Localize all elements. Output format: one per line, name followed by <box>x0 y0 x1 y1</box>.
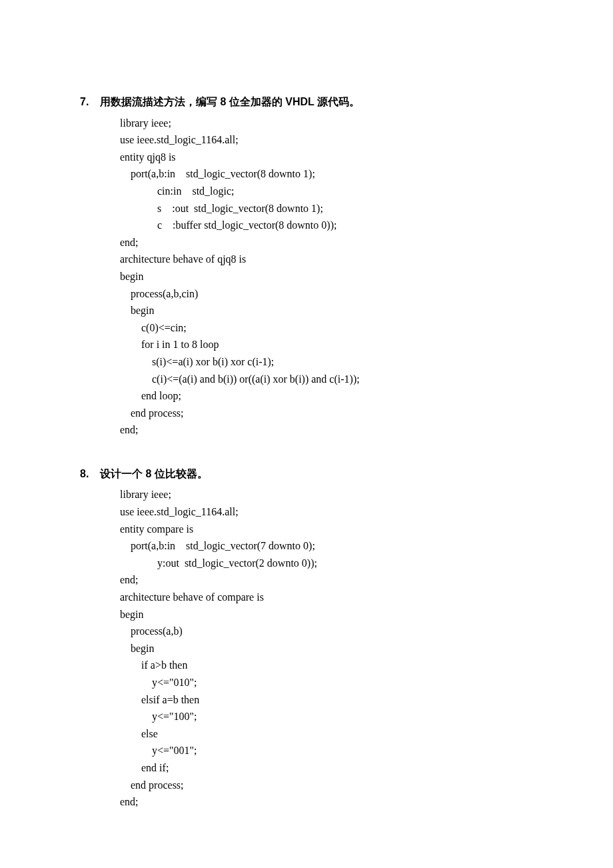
section-7-heading: 7. 用数据流描述方法，编写 8 位全加器的 VHDL 源代码。 <box>80 93 533 111</box>
section-7-title: 用数据流描述方法，编写 8 位全加器的 VHDL 源代码。 <box>100 93 360 111</box>
section-7-number: 7. <box>80 93 100 111</box>
section-8-heading: 8. 设计一个 8 位比较器。 <box>80 465 533 483</box>
section-7-code: library ieee; use ieee.std_logic_1164.al… <box>120 115 533 439</box>
section-8: 8. 设计一个 8 位比较器。 library ieee; use ieee.s… <box>80 465 533 811</box>
section-8-title: 设计一个 8 位比较器。 <box>100 465 208 483</box>
section-7: 7. 用数据流描述方法，编写 8 位全加器的 VHDL 源代码。 library… <box>80 93 533 439</box>
section-8-number: 8. <box>80 465 100 483</box>
section-8-code: library ieee; use ieee.std_logic_1164.al… <box>120 486 533 810</box>
document-page: 7. 用数据流描述方法，编写 8 位全加器的 VHDL 源代码。 library… <box>0 0 613 868</box>
